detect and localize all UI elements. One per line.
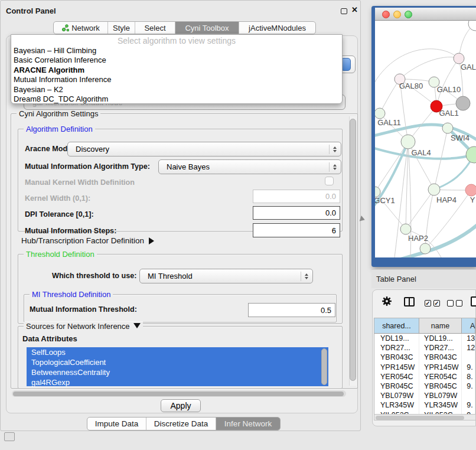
network-canvas[interactable]: GALGAL80GAL10GAL1GAL11GAL4SWI4GCY1HAP4YH…	[375, 21, 476, 257]
kernel-width-field[interactable]: 0.0	[253, 190, 340, 203]
mi-algorithm-type-combobox[interactable]: Naive Bayes	[158, 159, 341, 174]
close-icon[interactable]: ✕	[351, 5, 358, 14]
network-edge	[436, 58, 459, 106]
data-attributes-label: Data Attributes	[22, 334, 77, 343]
dropdown-item[interactable]: Mutual Information Inference	[11, 75, 342, 84]
attribute-item[interactable]: BetweennessCentrality	[27, 367, 328, 377]
network-node[interactable]	[442, 123, 453, 133]
tab-jactivemnodules[interactable]: jActiveMNodules	[239, 22, 315, 34]
table-hscrollbar-thumb[interactable]	[376, 416, 464, 420]
combo-spinner-icon	[301, 271, 308, 281]
checked-checkbox-icon[interactable]: ✓	[433, 300, 440, 306]
table-row[interactable]: YBR043CYBR043C	[374, 353, 475, 362]
close-traffic-light-icon[interactable]	[382, 11, 390, 18]
aracne-mode-combobox[interactable]: Discovery	[67, 142, 341, 156]
checked-checkbox-icon[interactable]: ✓	[425, 300, 431, 306]
table-row[interactable]: YDL19...YDL19...13	[374, 334, 475, 343]
network-view-window[interactable]: GALGAL80GAL10GAL1GAL11GAL4SWI4GCY1HAP4YH…	[371, 6, 476, 267]
table-cell: YPR145W	[419, 363, 462, 372]
dropdown-item[interactable]: Bayesian – K2	[11, 85, 342, 94]
table-cell: 8.	[462, 372, 475, 381]
tab-style[interactable]: Style	[108, 22, 135, 34]
zoom-traffic-light-icon[interactable]	[405, 11, 412, 18]
tab-cyni-toolbox[interactable]: Cyni Toolbox	[175, 22, 239, 34]
dropdown-item[interactable]: Bayesian – Hill Climbing	[11, 46, 342, 56]
unchecked-checkbox-icon[interactable]	[456, 300, 462, 306]
tab-infer-network[interactable]: Infer Network	[216, 418, 280, 430]
table-hscrollbar-track[interactable]	[374, 414, 476, 420]
column-header-clipped[interactable]: A	[462, 318, 475, 333]
table-cell: YBR045C	[419, 381, 462, 391]
tab-cyni-toolbox-label: Cyni Toolbox	[185, 24, 229, 32]
tab-discretize-data[interactable]: Discretize Data	[146, 418, 216, 430]
table-row[interactable]: YPR145WYPR145W9.	[374, 363, 475, 372]
network-node[interactable]	[400, 224, 411, 234]
mi-algorithm-type-value: Naive Bayes	[167, 162, 210, 171]
table-cell	[462, 391, 475, 400]
table-body: YDL19...YDL19...13YDR27...YDR27...12YBR0…	[374, 334, 475, 414]
attribute-item[interactable]: TopologicalCoefficient	[27, 357, 328, 367]
floating-panel-icon[interactable]	[4, 432, 15, 441]
columns-icon[interactable]	[404, 297, 415, 306]
mi-algorithm-type-label: Mutual Information Algorithm Type:	[25, 162, 150, 171]
node-label: GAL	[461, 63, 476, 71]
apply-button[interactable]: Apply	[161, 399, 201, 412]
table-cell: YDL19...	[374, 334, 419, 343]
collapsed-arrow-icon[interactable]	[149, 237, 154, 244]
network-node[interactable]	[375, 108, 385, 119]
node-label: GAL11	[377, 118, 401, 127]
which-threshold-combobox[interactable]: MI Threshold	[139, 269, 313, 283]
document-icon[interactable]	[471, 296, 476, 306]
manual-kernel-width-checkbox[interactable]	[325, 177, 334, 185]
settings-hscrollbar-track[interactable]	[12, 390, 346, 397]
dropdown-item[interactable]: Dream8 DC_TDC Algorithm	[11, 94, 342, 104]
dropdown-item[interactable]: ARACNE Algorithm	[11, 66, 342, 75]
dpi-tolerance-value: 0.0	[325, 208, 336, 217]
attribute-item[interactable]: gal4RGexp	[27, 377, 328, 386]
mi-steps-field[interactable]: 6	[253, 223, 340, 237]
table-row[interactable]: YLR345WYLR345W9.	[374, 400, 475, 410]
table-cell: YDR27...	[374, 343, 419, 353]
hub-definition-section[interactable]: Hub/Transcription Factor Definition	[21, 236, 154, 245]
tab-discretize-data-label: Discretize Data	[154, 419, 208, 428]
mi-threshold-field[interactable]: 0.5	[248, 303, 335, 317]
table-row[interactable]: YBR045CYBR045C9.	[374, 381, 475, 391]
kernel-width-label: Kernel Width (0,1):	[25, 194, 90, 203]
node-label: GAL1	[439, 109, 458, 118]
tab-impute-data[interactable]: Impute Data	[87, 418, 146, 430]
aracne-mode-label: Aracne Mode:	[25, 145, 74, 153]
tab-select[interactable]: Select	[135, 22, 175, 34]
table-row[interactable]: YDR27...YDR27...12	[374, 343, 475, 353]
float-window-icon[interactable]	[341, 8, 347, 14]
network-node[interactable]	[465, 184, 476, 196]
gear-icon[interactable]	[382, 296, 392, 306]
column-header-shared-name[interactable]: shared...	[374, 318, 419, 333]
dpi-tolerance-field[interactable]: 0.0	[253, 206, 340, 220]
minimize-traffic-light-icon[interactable]	[393, 11, 401, 18]
network-window-titlebar[interactable]	[375, 8, 476, 21]
tab-network[interactable]: Network	[54, 22, 108, 34]
table-cell: YDR27...	[419, 343, 462, 353]
attributes-scrollbar-thumb[interactable]	[321, 348, 327, 385]
table-cell: YBR043C	[374, 353, 419, 362]
network-edge	[400, 57, 459, 79]
node-label: Y	[470, 195, 475, 204]
table-row[interactable]: YBL079WYBL079W	[374, 391, 475, 400]
dropdown-item[interactable]: Basic Correlation Inference	[11, 56, 342, 65]
network-node[interactable]	[428, 184, 440, 195]
table-row[interactable]: YER054CYER054C8.	[374, 372, 475, 381]
column-header-name[interactable]: name	[419, 318, 462, 333]
settings-hscrollbar-thumb[interactable]	[13, 392, 344, 396]
unchecked-checkbox-icon[interactable]	[447, 300, 454, 306]
table-cell: YLR345W	[419, 400, 462, 410]
hub-definition-label: Hub/Transcription Factor Definition	[21, 236, 144, 245]
attribute-item[interactable]: SelfLoops	[27, 347, 328, 357]
cyni-bottom-tab-bar: Impute Data Discretize Data Infer Networ…	[87, 417, 281, 431]
control-panel-tab-bar: Network Style Select Cyni Toolbox jActiv…	[53, 21, 316, 34]
settings-scrollbar-thumb[interactable]	[350, 119, 356, 381]
expanded-arrow-icon[interactable]	[133, 323, 141, 328]
network-node[interactable]	[401, 135, 415, 149]
network-node[interactable]	[420, 243, 431, 254]
network-node[interactable]	[456, 96, 470, 110]
mi-threshold-definition-title: MI Threshold Definition	[30, 290, 113, 299]
